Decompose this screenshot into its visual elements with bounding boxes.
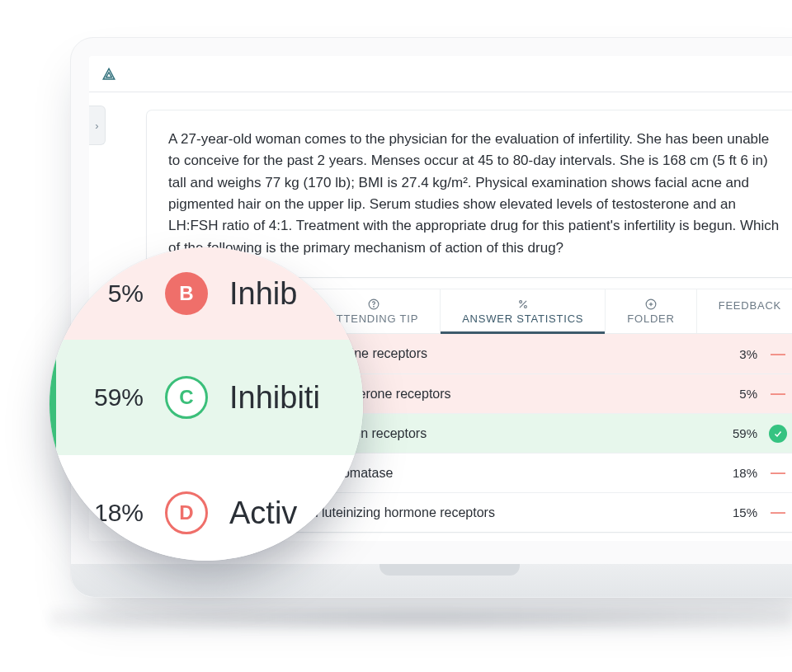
zoom-accent bbox=[50, 455, 56, 561]
svg-point-4 bbox=[524, 306, 526, 308]
answer-percent: 15% bbox=[710, 505, 757, 519]
help-circle-icon bbox=[368, 298, 380, 311]
check-circle-icon bbox=[769, 425, 787, 443]
zoom-accent bbox=[50, 247, 56, 340]
tab-feedback[interactable]: FEEDBACK bbox=[697, 289, 792, 333]
tab-label: ATTENDING TIP bbox=[329, 313, 418, 325]
device-shadow bbox=[50, 606, 792, 631]
tab-label: FEEDBACK bbox=[719, 299, 781, 312]
answer-status: — bbox=[767, 345, 789, 363]
answer-status: — bbox=[767, 464, 789, 482]
sidebar-collapse-handle[interactable]: › bbox=[89, 106, 106, 145]
answer-letter-badge: D bbox=[165, 491, 208, 534]
tab-answer-statistics[interactable]: ANSWER STATISTICS bbox=[441, 289, 606, 333]
tab-label: ANSWER STATISTICS bbox=[462, 313, 583, 325]
tab-folder[interactable]: FOLDER bbox=[606, 289, 696, 333]
svg-point-3 bbox=[519, 301, 521, 303]
minus-icon: — bbox=[771, 385, 785, 402]
question-stem-text: A 27-year-old woman comes to the physici… bbox=[168, 131, 779, 256]
laptop-base bbox=[71, 564, 792, 597]
answer-status bbox=[767, 425, 789, 443]
zoom-row-c: 59% C Inhibiti bbox=[50, 340, 363, 455]
tab-label: FOLDER bbox=[627, 313, 674, 325]
zoom-answer-text: Activ bbox=[229, 496, 297, 531]
zoom-answer-text: Inhibiti bbox=[229, 380, 320, 416]
minus-icon: — bbox=[771, 345, 785, 363]
laptop-trackpad-notch bbox=[380, 564, 520, 576]
zoom-lens: 5% B Inhib 59% C Inhibiti 18% D Activ bbox=[50, 247, 363, 561]
answer-status: — bbox=[767, 504, 789, 521]
add-circle-icon bbox=[645, 298, 657, 311]
brand-logo-icon bbox=[101, 66, 117, 82]
chevron-right-icon: › bbox=[95, 120, 98, 132]
svg-line-2 bbox=[520, 301, 526, 308]
top-bar bbox=[89, 56, 792, 92]
answer-status: — bbox=[767, 385, 789, 402]
answer-percent: 59% bbox=[710, 426, 757, 440]
zoom-accent bbox=[50, 340, 56, 455]
zoom-percent: 59% bbox=[74, 383, 144, 411]
answer-percent: 18% bbox=[710, 466, 757, 480]
minus-icon: — bbox=[771, 504, 785, 521]
answer-percent: 3% bbox=[710, 347, 757, 361]
answer-letter-badge: C bbox=[165, 376, 208, 419]
minus-icon: — bbox=[771, 464, 785, 482]
zoom-answer-text: Inhib bbox=[229, 276, 297, 312]
answer-letter-badge: B bbox=[165, 272, 208, 315]
percent-icon bbox=[517, 298, 529, 311]
answer-percent: 5% bbox=[710, 387, 757, 401]
svg-point-1 bbox=[374, 307, 375, 308]
